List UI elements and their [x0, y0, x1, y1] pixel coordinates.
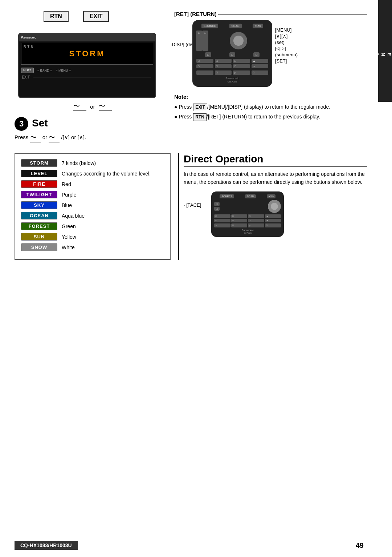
color-row: SKYBlue [21, 201, 164, 209]
device-top-bar: Panasonic [19, 33, 155, 41]
color-row: STORM7 kinds (below) [21, 159, 164, 167]
color-row: LEVELChanges according to the volume lev… [21, 170, 164, 177]
remote-btn-1: SOURCE [201, 24, 218, 28]
rg2-2: □ [215, 70, 232, 75]
color-badge: FIRE [21, 180, 57, 188]
face-rem-grid-2: ○ □ ▷ □ [214, 223, 281, 227]
remote-top-buttons: SOURCE SCAN af.flx [196, 24, 269, 28]
color-table-box: STORM7 kinds (below)LEVELChanges accordi… [15, 153, 171, 260]
frg-4: ▲ [265, 214, 281, 218]
color-badge: SUN [21, 233, 57, 241]
frg-5: □ [214, 219, 230, 222]
f-btn-3: af.flx [267, 194, 276, 198]
sidebar-letter-e: E [387, 53, 392, 56]
remote-circle [230, 32, 247, 49]
wavy-left-icon: 〜 [73, 102, 86, 111]
step-instruction: Press 〜 or 〜 /[∨] or [∧]. [15, 133, 167, 142]
right-panel: [RET] (RETURN) [DISP] (display) SOURCE S… [167, 11, 367, 142]
frg2-4: □ [265, 223, 281, 227]
device-display-text: STORM [69, 49, 105, 58]
rtn-key-badge: RTN [193, 113, 207, 121]
wavy-arrows-row: 〜 or 〜 [18, 102, 167, 111]
wavy-right-icon: 〜 [99, 102, 112, 111]
rg-5: □ [196, 64, 213, 68]
color-badge: SNOW [21, 243, 57, 251]
color-row: SUNYellow [21, 233, 164, 241]
face-remote-area: · [FACE] SOURCE SCAN af.flx □ □ [184, 191, 367, 237]
remote-top-right: af.flx [253, 24, 263, 28]
color-description: White [62, 245, 75, 250]
color-row: OCEANAqua blue [21, 212, 164, 219]
main-content: RTN EXIT Panasonic RTN STORM MUTE ≡ BAND… [0, 0, 378, 557]
step-number: 3 [15, 117, 28, 131]
color-description: Yellow [62, 234, 76, 240]
frg-8: ▼ [265, 219, 281, 222]
device-display: RTN STORM [21, 43, 153, 65]
submenu-label: (submenu) [275, 52, 298, 57]
note-text-1: Press EXIT/[MENU]/[DISP] (display) to re… [179, 103, 330, 111]
device-mute-btn: MUTE [21, 68, 34, 73]
remote-btn-2: SCAN [229, 24, 242, 28]
frg-1: □ [214, 214, 230, 218]
color-row: FIRERed [21, 180, 164, 188]
face-rem-mid: □ □ [214, 200, 281, 213]
ret-label-area: [RET] (RETURN) [174, 11, 367, 17]
step-label: Set [32, 117, 48, 129]
bullet-1: ● [174, 103, 177, 111]
remote-r2-1: □ [205, 52, 211, 57]
device-controls-row: MUTE ≡ BAND ≡ ≡ MENU ≡ [19, 66, 155, 74]
color-badge: SKY [21, 201, 57, 209]
color-badge: TWILIGHT [21, 191, 57, 198]
note-item-1: ● Press EXIT/[MENU]/[DISP] (display) to … [174, 103, 367, 111]
frg-7: □ [248, 219, 264, 222]
face-rem-circle [268, 200, 281, 213]
remote-body: SOURCE SCAN af.flx □ □ □ [192, 20, 272, 87]
frg-6: □ [231, 219, 248, 222]
fm-2: □ [214, 207, 219, 211]
face-rem-grid: □ □ □ ▲ □ □ □ ▼ [214, 214, 281, 222]
color-description: Purple [62, 192, 76, 198]
device-menu-label: ≡ MENU ≡ [56, 69, 71, 72]
device-bottom-row: EXIT [19, 74, 155, 80]
footer: CQ-HX1083/HR1003U 49 [0, 541, 378, 550]
frg2-1: ○ [214, 223, 230, 227]
remote-area: [DISP] (display) SOURCE SCAN af.flx □ □ [174, 20, 298, 87]
vc-label: [∨][∧] [275, 33, 298, 39]
remote-mid-2: □ [202, 31, 208, 51]
remote-r2-2: □ [229, 52, 236, 57]
frg-3: □ [248, 214, 264, 218]
rg-1: □ [196, 59, 213, 63]
note-text-2: Press RTN/[RET] (RETURN) to return to th… [179, 113, 320, 121]
sidebar-tab: E N G L I S H 22 [378, 0, 392, 102]
frg-2: □ [231, 214, 248, 218]
step-section: 3 Set [15, 117, 167, 131]
device-band-label: ≡ BAND ≡ [37, 69, 52, 72]
rtn-button: RTN [44, 11, 69, 22]
frg2-3: ▷ [248, 223, 264, 227]
color-badge: FOREST [21, 222, 57, 230]
remote-r2-3: □ [253, 52, 260, 57]
note-section: Note: ● Press EXIT/[MENU]/[DISP] (displa… [174, 93, 367, 121]
set-btn-label: [SET] [275, 58, 298, 64]
exit-button: EXIT [83, 11, 109, 22]
color-row: SNOWWhite [21, 243, 164, 251]
color-badge: OCEAN [21, 212, 57, 219]
face-mid-left: □ □ [214, 202, 219, 211]
top-section: RTN EXIT Panasonic RTN STORM MUTE ≡ BAND… [15, 11, 367, 142]
sidebar-letter-n: N [380, 53, 386, 56]
bottom-section: STORM7 kinds (below)LEVELChanges accordi… [15, 153, 367, 260]
face-remote-body: SOURCE SCAN af.flx □ □ □ [211, 191, 284, 237]
device-brand-label: Panasonic [21, 36, 36, 39]
rg2-4: □ [252, 70, 269, 75]
remote-grid: □ □ □ ▲ □ □ □ ▼ [196, 58, 269, 69]
note-item-2: ● Press RTN/[RET] (RETURN) to return to … [174, 113, 367, 121]
remote-row-2: □ □ □ [196, 52, 269, 57]
or-label: or [90, 104, 95, 110]
footer-model: CQ-HX1083/HR1003U [15, 541, 78, 550]
rg-7: □ [233, 64, 250, 68]
remote-grid-2: ○ □ ▷ □ [196, 70, 269, 75]
device-illustration: Panasonic RTN STORM MUTE ≡ BAND ≡ ≡ MENU… [18, 33, 156, 98]
remote-btn-3: af.flx [253, 24, 263, 28]
ret-return-label: [RET] (RETURN) [174, 11, 217, 17]
rg-6: □ [215, 64, 232, 68]
